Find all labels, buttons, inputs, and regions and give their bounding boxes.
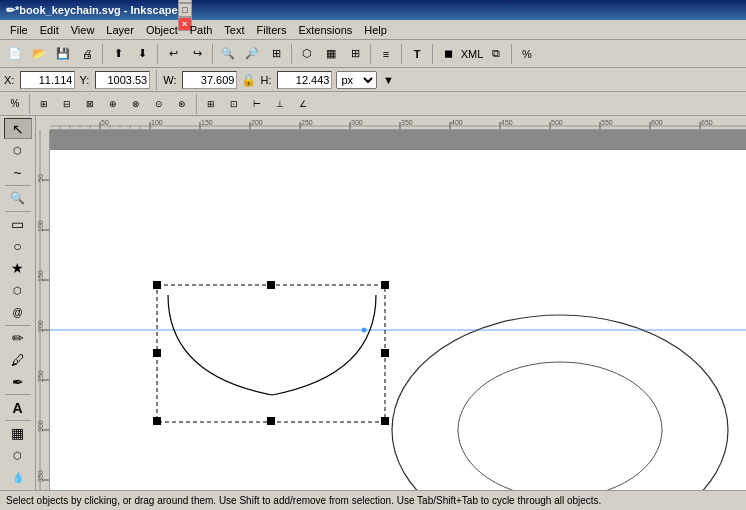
new-btn[interactable]: 📄 bbox=[4, 43, 26, 65]
zoom-tool[interactable]: 🔍 bbox=[4, 188, 32, 209]
handle-bm[interactable] bbox=[267, 417, 275, 425]
open-btn[interactable]: 📂 bbox=[28, 43, 50, 65]
undo-btn[interactable]: ↩ bbox=[162, 43, 184, 65]
rect-tool[interactable]: ▭ bbox=[4, 214, 32, 235]
maximize-button[interactable]: □ bbox=[178, 3, 192, 17]
menu-object[interactable]: Object bbox=[140, 22, 184, 38]
handle-mr[interactable] bbox=[381, 349, 389, 357]
snap-midpoint-btn[interactable]: ⊙ bbox=[148, 93, 170, 115]
w-input[interactable] bbox=[182, 71, 237, 89]
star-tool[interactable]: ★ bbox=[4, 258, 32, 279]
ungroup-btn[interactable]: ⊞ bbox=[344, 43, 366, 65]
tweak-tool[interactable]: ~ bbox=[4, 162, 32, 183]
fill-stroke-btn[interactable]: ◼ bbox=[437, 43, 459, 65]
snap-btn[interactable]: % bbox=[516, 43, 538, 65]
xml-btn[interactable]: XML bbox=[461, 43, 483, 65]
unit-expand-btn[interactable]: ▼ bbox=[381, 69, 395, 91]
menu-file[interactable]: File bbox=[4, 22, 34, 38]
sep1 bbox=[102, 44, 103, 64]
handle-br[interactable] bbox=[381, 417, 389, 425]
handle-ml[interactable] bbox=[153, 349, 161, 357]
snap-node-path-btn[interactable]: ⊗ bbox=[125, 93, 147, 115]
zoom-out-btn[interactable]: 🔎 bbox=[241, 43, 263, 65]
spiral-tool[interactable]: @ bbox=[4, 302, 32, 323]
svg-text:100: 100 bbox=[37, 220, 44, 232]
pen-tool[interactable]: 🖊 bbox=[4, 349, 32, 370]
menu-edit[interactable]: Edit bbox=[34, 22, 65, 38]
snap-angle-btn[interactable]: ∠ bbox=[292, 93, 314, 115]
menu-path[interactable]: Path bbox=[184, 22, 219, 38]
title-bar: ✏ *book_keychain.svg - Inkscape _ □ × bbox=[0, 0, 746, 20]
export-btn[interactable]: ⬇ bbox=[131, 43, 153, 65]
group-btn[interactable]: ▦ bbox=[320, 43, 342, 65]
snap-perp-btn[interactable]: ⊥ bbox=[269, 93, 291, 115]
import-btn[interactable]: ⬆ bbox=[107, 43, 129, 65]
print-btn[interactable]: 🖨 bbox=[76, 43, 98, 65]
redo-btn[interactable]: ↪ bbox=[186, 43, 208, 65]
zoom-fit-btn[interactable]: ⊞ bbox=[265, 43, 287, 65]
gradient-tool[interactable]: ▦ bbox=[4, 423, 32, 444]
svg-drawing bbox=[50, 130, 746, 490]
snap-grid-btn[interactable]: ⊞ bbox=[200, 93, 222, 115]
align-btn[interactable]: ≡ bbox=[375, 43, 397, 65]
drawing-canvas[interactable] bbox=[50, 130, 746, 490]
calligraphy-tool[interactable]: ✒ bbox=[4, 371, 32, 392]
menu-layer[interactable]: Layer bbox=[100, 22, 140, 38]
connector-tool[interactable]: ⬡ bbox=[4, 445, 32, 466]
snap-guide-btn[interactable]: ⊡ bbox=[223, 93, 245, 115]
dropper-tool[interactable]: 💧 bbox=[4, 467, 32, 488]
snap-toolbar: % ⊞ ⊟ ⊠ ⊕ ⊗ ⊙ ⊛ ⊞ ⊡ ⊢ ⊥ ∠ bbox=[0, 92, 746, 116]
text-tool-T[interactable]: T bbox=[406, 43, 428, 65]
coord-bar: X: Y: W: 🔒 H: px mm cm in ▼ bbox=[0, 68, 746, 92]
app-icon: ✏ bbox=[6, 4, 15, 17]
canvas-container: 50 100 150 200 250 300 350 400 4 bbox=[36, 116, 746, 490]
menu-text[interactable]: Text bbox=[218, 22, 250, 38]
handle-tl[interactable] bbox=[153, 281, 161, 289]
save-btn[interactable]: 💾 bbox=[52, 43, 74, 65]
snap-bbox-btn[interactable]: ⊞ bbox=[33, 93, 55, 115]
arch-shape[interactable] bbox=[168, 295, 376, 395]
y-label: Y: bbox=[79, 74, 89, 86]
pencil-tool[interactable]: ✏ bbox=[4, 327, 32, 348]
snap-edge-btn[interactable]: ⊢ bbox=[246, 93, 268, 115]
x-input[interactable] bbox=[20, 71, 75, 89]
h-input[interactable] bbox=[277, 71, 332, 89]
select-tool[interactable]: ↖ bbox=[4, 118, 32, 139]
zoom-in-btn[interactable]: 🔍 bbox=[217, 43, 239, 65]
menu-filters[interactable]: Filters bbox=[251, 22, 293, 38]
sep7 bbox=[432, 44, 433, 64]
large-ellipse[interactable] bbox=[392, 315, 728, 490]
snap-enable-btn[interactable]: % bbox=[4, 93, 26, 115]
node-btn[interactable]: ⬡ bbox=[296, 43, 318, 65]
menu-extensions[interactable]: Extensions bbox=[292, 22, 358, 38]
guide-intersection bbox=[362, 328, 367, 333]
x-label: X: bbox=[4, 74, 14, 86]
svg-text:250: 250 bbox=[37, 370, 44, 382]
svg-text:300: 300 bbox=[37, 420, 44, 432]
text-tool[interactable]: A bbox=[4, 397, 32, 418]
menu-help[interactable]: Help bbox=[358, 22, 393, 38]
unit-select[interactable]: px mm cm in bbox=[336, 71, 377, 89]
snap-node-btn[interactable]: ⊕ bbox=[102, 93, 124, 115]
snap-center-btn[interactable]: ⊛ bbox=[171, 93, 193, 115]
node-tool[interactable]: ⬡ bbox=[4, 140, 32, 161]
lock-icon[interactable]: 🔒 bbox=[241, 73, 256, 87]
svg-text:350: 350 bbox=[37, 470, 44, 482]
sep6 bbox=[401, 44, 402, 64]
3dbox-tool[interactable]: ⬡ bbox=[4, 280, 32, 301]
menu-view[interactable]: View bbox=[65, 22, 101, 38]
transform-btn[interactable]: ⧉ bbox=[485, 43, 507, 65]
sep8 bbox=[511, 44, 512, 64]
tool-sep5 bbox=[5, 420, 31, 421]
handle-tm[interactable] bbox=[267, 281, 275, 289]
svg-text:200: 200 bbox=[251, 119, 263, 126]
svg-text:150: 150 bbox=[201, 119, 213, 126]
inner-ellipse[interactable] bbox=[458, 362, 662, 490]
y-input[interactable] bbox=[95, 71, 150, 89]
snap-bbox-mid-btn[interactable]: ⊠ bbox=[79, 93, 101, 115]
svg-text:300: 300 bbox=[351, 119, 363, 126]
ellipse-tool[interactable]: ○ bbox=[4, 236, 32, 257]
handle-bl[interactable] bbox=[153, 417, 161, 425]
snap-bbox-edge-btn[interactable]: ⊟ bbox=[56, 93, 78, 115]
handle-tr[interactable] bbox=[381, 281, 389, 289]
